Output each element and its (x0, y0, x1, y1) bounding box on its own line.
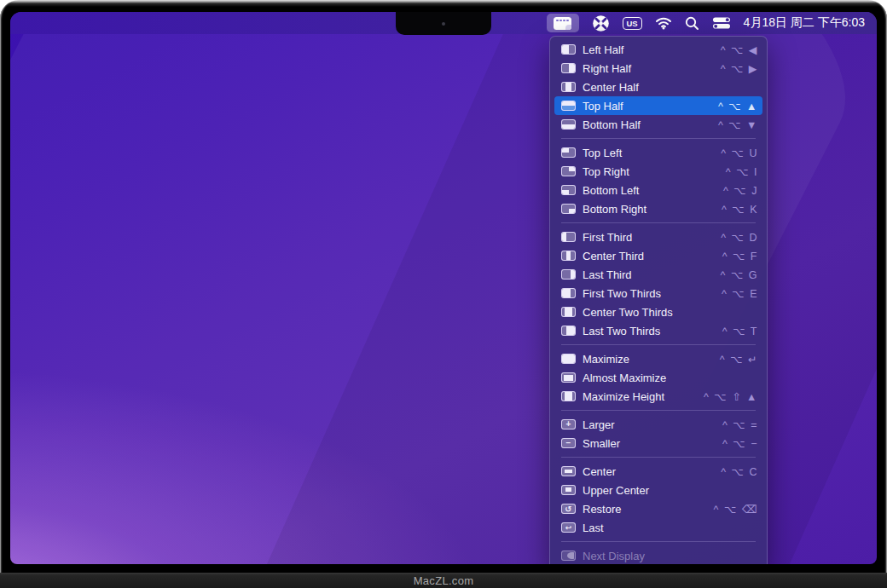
menu-item-top-left[interactable]: Top Left^ ⌥ U (554, 143, 762, 162)
menu-item-last-two-thirds[interactable]: Last Two Thirds^ ⌥ T (554, 321, 762, 340)
menu-item-restore[interactable]: Restore^ ⌥ ⌫ (554, 499, 762, 518)
larger-icon (561, 419, 576, 429)
menu-item-shortcut: ^ ⌥ K (722, 203, 758, 216)
menu-item-almost-maximize[interactable]: Almost Maximize (554, 368, 762, 387)
menu-item-shortcut: ^ ⌥ T (722, 325, 758, 337)
camera-dot (442, 22, 445, 26)
menu-item-label: Bottom Right (583, 203, 646, 216)
menu-separator (561, 138, 756, 139)
fan-icon[interactable] (592, 14, 610, 32)
menu-item-first-third[interactable]: First Third^ ⌥ D (554, 228, 762, 246)
menu-item-shortcut: ^ ⌥ ▼ (718, 118, 758, 131)
menu-item-bottom-half[interactable]: Bottom Half^ ⌥ ▼ (554, 115, 762, 134)
menu-item-first-two-thirds[interactable]: First Two Thirds^ ⌥ E (554, 284, 762, 303)
menu-item-label: Center Half (583, 81, 639, 94)
menu-item-label: Larger (583, 418, 615, 431)
menu-item-center-two-thirds[interactable]: Center Two Thirds (554, 303, 762, 321)
menubar-clock[interactable]: 4月18日 周二 下午6:03 (744, 15, 865, 31)
menu-item-shortcut: ^ ⌥ ↵ (720, 353, 758, 366)
smaller-icon (561, 438, 576, 448)
top-half-icon (561, 101, 576, 111)
next-display-icon (561, 551, 576, 561)
restore-icon (561, 504, 576, 514)
menu-item-center-third[interactable]: Center Third^ ⌥ F (554, 246, 762, 265)
right-half-icon (561, 63, 576, 73)
menu-item-upper-center[interactable]: Upper Center (554, 481, 762, 499)
menu-item-shortcut: ^ ⌥ ▲ (718, 100, 758, 112)
menu-item-shortcut: ^ ⌥ = (722, 418, 758, 431)
last-icon (561, 522, 576, 533)
menu-item-smaller[interactable]: Smaller^ ⌥ − (554, 434, 762, 453)
menu-item-label: Last Two Thirds (583, 325, 660, 337)
rectangle-window-icon (554, 17, 571, 30)
menu-item-top-right[interactable]: Top Right^ ⌥ I (554, 162, 762, 181)
center-third-icon (561, 251, 576, 261)
menu-item-maximize[interactable]: Maximize^ ⌥ ↵ (554, 349, 762, 368)
menu-item-next-display: Next Display (554, 546, 762, 564)
menu-separator (561, 222, 756, 223)
top-right-icon (561, 166, 576, 176)
menu-item-label: Last (583, 522, 604, 534)
menu-item-label: Top Right (583, 165, 629, 178)
control-center-icon[interactable] (712, 16, 731, 30)
menu-item-label: Center Third (583, 250, 644, 262)
menu-item-bottom-right[interactable]: Bottom Right^ ⌥ K (554, 199, 762, 218)
upper-center-icon (561, 485, 576, 495)
wifi-icon[interactable] (655, 16, 672, 30)
menu-item-shortcut: ^ ⌥ ⌫ (714, 503, 758, 516)
center-half-icon (561, 82, 576, 92)
menu-item-left-half[interactable]: Left Half^ ⌥ ◀ (554, 40, 762, 59)
laptop-chin: MacZL.com (0, 573, 887, 588)
menu-item-label: First Two Thirds (583, 287, 661, 300)
menu-item-label: Left Half (583, 43, 623, 56)
menu-item-center[interactable]: Center^ ⌥ C (554, 462, 762, 481)
menu-item-label: Smaller (583, 437, 620, 450)
menu-item-shortcut: ^ ⌥ D (721, 231, 758, 244)
bottom-left-icon (561, 185, 576, 195)
menu-item-last[interactable]: Last (554, 518, 762, 537)
menu-item-label: Maximize (583, 353, 629, 366)
menu-item-label: Center (583, 465, 616, 478)
menu-item-label: Restore (583, 503, 622, 516)
menu-item-top-half[interactable]: Top Half^ ⌥ ▲ (554, 96, 762, 115)
menu-item-shortcut: ^ ⌥ ◀ (721, 43, 758, 56)
first-third-icon (561, 232, 576, 242)
menu-item-bottom-left[interactable]: Bottom Left^ ⌥ J (554, 181, 762, 199)
menu-item-label: Bottom Left (583, 184, 639, 197)
menu-item-right-half[interactable]: Right Half^ ⌥ ▶ (554, 59, 762, 78)
menu-item-shortcut: ^ ⌥ − (722, 437, 758, 450)
menu-separator (561, 410, 756, 411)
menu-item-shortcut: ^ ⌥ I (726, 165, 758, 178)
menu-item-label: Top Half (583, 100, 623, 112)
menu-item-last-third[interactable]: Last Third^ ⌥ G (554, 265, 762, 284)
desktop-wallpaper: US (10, 12, 877, 564)
menu-item-label: Almost Maximize (583, 372, 666, 384)
rectangle-app-menubar-button[interactable] (547, 14, 579, 32)
menu-item-label: Bottom Half (583, 118, 641, 131)
menu-item-label: Last Third (583, 268, 632, 281)
menu-item-shortcut: ^ ⌥ U (721, 147, 758, 159)
menu-item-shortcut: ^ ⌥ F (722, 250, 758, 262)
almost-maximize-icon (561, 372, 576, 383)
menu-separator (561, 541, 756, 542)
menu-item-shortcut: ^ ⌥ ▶ (721, 62, 758, 75)
bottom-right-icon (561, 204, 576, 214)
menu-item-label: Maximize Height (583, 390, 664, 403)
bottom-half-icon (561, 119, 576, 130)
last-two-thirds-icon (561, 326, 576, 336)
menu-item-label: Center Two Thirds (583, 306, 673, 319)
menu-item-shortcut: ^ ⌥ C (721, 465, 758, 478)
menu-item-shortcut: ^ ⌥ ⇧ ▲ (704, 390, 758, 403)
menu-item-shortcut: ^ ⌥ E (722, 287, 758, 300)
rectangle-menu: Left Half^ ⌥ ◀Right Half^ ⌥ ▶Center Half… (549, 36, 768, 564)
first-two-thirds-icon (561, 288, 576, 298)
input-source-badge[interactable]: US (623, 17, 642, 30)
maximize-icon (561, 354, 576, 364)
spotlight-search-icon[interactable] (685, 16, 699, 31)
menu-item-shortcut: ^ ⌥ J (723, 184, 758, 197)
menu-item-shortcut: ^ ⌥ G (721, 268, 758, 281)
menu-item-larger[interactable]: Larger^ ⌥ = (554, 415, 762, 434)
menu-item-maximize-height[interactable]: Maximize Height^ ⌥ ⇧ ▲ (554, 387, 762, 406)
left-half-icon (561, 44, 576, 55)
menu-item-center-half[interactable]: Center Half (554, 78, 762, 96)
